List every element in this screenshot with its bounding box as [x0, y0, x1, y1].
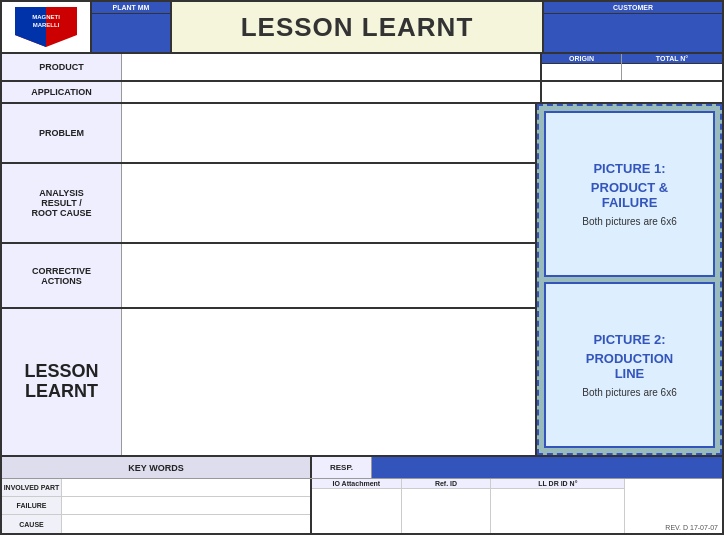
lesson-value[interactable]	[122, 309, 535, 455]
header: MAGNETI MARELLI PLANT MM LESSON LEARNT C…	[2, 2, 722, 54]
origin-value[interactable]	[542, 64, 621, 80]
problem-row: PROBLEM	[2, 104, 535, 164]
corrective-label: CORRECTIVE ACTIONS	[2, 244, 122, 307]
problem-value[interactable]	[122, 104, 535, 162]
product-value[interactable]	[122, 54, 542, 80]
ref-id-label: Ref. ID	[402, 479, 491, 489]
cause-row: CAUSE	[2, 515, 310, 533]
involved-label: INVOLVED PART	[2, 479, 62, 496]
revision-text: REV. D 17-07-07	[665, 524, 718, 531]
io-attachment-value[interactable]	[312, 489, 401, 533]
picture2-title: PICTURE 2:	[593, 332, 665, 347]
bottom-section: KEY WORDS RESP. INVOLVED PART FAILURE CA…	[2, 455, 722, 533]
problem-label: PROBLEM	[2, 104, 122, 162]
picture1-subtitle: PRODUCT & FAILURE	[591, 180, 668, 210]
analysis-label-line2: RESULT /	[41, 198, 81, 208]
lesson-label-line1: LESSON	[24, 362, 98, 382]
picture2-box: PICTURE 2: PRODUCTION LINE Both pictures…	[544, 282, 715, 448]
ll-drid-label: LL DR ID N°	[491, 479, 624, 489]
failure-value[interactable]	[62, 497, 310, 514]
product-row: PRODUCT ORIGIN TOTAL N°	[2, 54, 722, 82]
corrective-row: CORRECTIVE ACTIONS	[2, 244, 535, 309]
failure-row: FAILURE	[2, 497, 310, 515]
logo-area: MAGNETI MARELLI	[2, 2, 92, 52]
ref-id-value[interactable]	[402, 489, 491, 533]
lesson-label: LESSON LEARNT	[2, 309, 122, 455]
total-label: TOTAL N°	[622, 54, 722, 64]
svg-text:MARELLI: MARELLI	[33, 22, 60, 28]
cause-label: CAUSE	[2, 515, 62, 533]
corrective-label-line1: CORRECTIVE	[32, 266, 91, 276]
origin-area: ORIGIN	[542, 54, 622, 80]
application-right	[542, 82, 722, 102]
picture1-title: PICTURE 1:	[593, 161, 665, 176]
analysis-row: ANALYSIS RESULT / ROOT CAUSE	[2, 164, 535, 244]
analysis-label: ANALYSIS RESULT / ROOT CAUSE	[2, 164, 122, 242]
corrective-label-line2: ACTIONS	[41, 276, 82, 286]
analysis-label-line1: ANALYSIS	[39, 188, 84, 198]
total-value[interactable]	[622, 64, 722, 80]
analysis-value[interactable]	[122, 164, 535, 242]
application-label: APPLICATION	[2, 82, 122, 102]
plant-area: PLANT MM	[92, 2, 172, 52]
resp-label: RESP.	[312, 457, 372, 478]
plant-label: PLANT MM	[92, 2, 170, 14]
plant-value	[92, 14, 170, 52]
picture2-subtitle: PRODUCTION LINE	[586, 351, 673, 381]
svg-text:MAGNETI: MAGNETI	[32, 14, 60, 20]
customer-value	[544, 14, 722, 52]
io-attachment-label: IO Attachment	[312, 479, 401, 489]
lesson-label-line2: LEARNT	[25, 382, 98, 402]
main-title: LESSON LEARNT	[172, 2, 542, 52]
analysis-label-line3: ROOT CAUSE	[31, 208, 91, 218]
resp-value[interactable]	[372, 457, 722, 478]
total-area: TOTAL N°	[622, 54, 722, 80]
main-content: PROBLEM ANALYSIS RESULT / ROOT CAUSE COR…	[2, 104, 722, 455]
product-label: PRODUCT	[2, 54, 122, 80]
picture2-note: Both pictures are 6x6	[582, 387, 677, 398]
involved-value[interactable]	[62, 479, 310, 496]
application-value[interactable]	[122, 82, 542, 102]
application-row: APPLICATION	[2, 82, 722, 104]
origin-label: ORIGIN	[542, 54, 621, 64]
keywords-label: KEY WORDS	[2, 457, 312, 478]
customer-label: CUSTOMER	[544, 2, 722, 14]
customer-area: CUSTOMER	[542, 2, 722, 52]
corrective-value[interactable]	[122, 244, 535, 307]
picture1-note: Both pictures are 6x6	[582, 216, 677, 227]
ll-drid-value[interactable]	[491, 489, 624, 533]
lesson-row: LESSON LEARNT	[2, 309, 535, 455]
picture1-box: PICTURE 1: PRODUCT & FAILURE Both pictur…	[544, 111, 715, 277]
involved-row: INVOLVED PART	[2, 479, 310, 497]
cause-value[interactable]	[62, 515, 310, 533]
failure-label: FAILURE	[2, 497, 62, 514]
page: MAGNETI MARELLI PLANT MM LESSON LEARNT C…	[0, 0, 724, 535]
left-column: PROBLEM ANALYSIS RESULT / ROOT CAUSE COR…	[2, 104, 537, 455]
right-column: PICTURE 1: PRODUCT & FAILURE Both pictur…	[537, 104, 722, 455]
